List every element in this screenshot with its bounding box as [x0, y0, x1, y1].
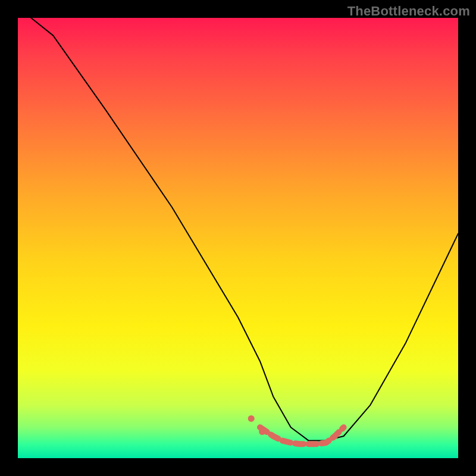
chart-svg: [18, 18, 458, 458]
curve-line: [31, 18, 458, 440]
floor-segment: [248, 415, 344, 444]
plot-area: [18, 18, 458, 458]
watermark-text: TheBottleneck.com: [347, 4, 470, 19]
svg-point-1: [259, 428, 265, 435]
svg-point-0: [248, 415, 255, 422]
chart-frame: TheBottleneck.com: [0, 0, 476, 476]
